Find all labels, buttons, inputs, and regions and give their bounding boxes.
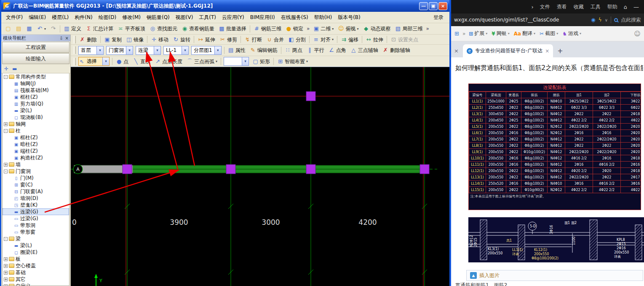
point-plus-length-button[interactable]: ↗点加长度 (152, 57, 184, 66)
expand-toggle[interactable]: + (4, 271, 8, 275)
extend-button[interactable]: ↦延伸 (195, 35, 217, 44)
menu-item[interactable]: 构件(N) (72, 12, 95, 23)
draw-input-button[interactable]: 绘图输入 (2, 53, 69, 64)
orbit-button[interactable]: ◆动态观察 (361, 24, 393, 33)
chevron-down-icon[interactable]: ▾ (242, 57, 249, 65)
tree-folder[interactable]: +墙 (3, 161, 69, 168)
menu-item[interactable]: 视图(V) (173, 12, 196, 23)
new-button[interactable]: ▢ (3, 24, 13, 33)
menu-item[interactable]: 工具(T) (196, 12, 219, 23)
menu-item[interactable]: 帮助(H) (311, 12, 335, 23)
drag-handle[interactable] (74, 36, 76, 43)
element-type-select-dropdown[interactable]: 连梁▾ (136, 46, 161, 55)
top-view-button[interactable]: ☺俯视▾ (336, 24, 361, 33)
edit-rebar-button[interactable]: ✎编辑钢筋 (248, 46, 280, 54)
break-button[interactable]: ↯打断 (242, 35, 264, 44)
three-point-arc-button[interactable]: ⌒三点画弧▾ (184, 57, 219, 66)
tree-item[interactable]: ▦轴网(J) (3, 80, 69, 87)
tree-item[interactable]: ▭带形窗 (3, 229, 69, 235)
batch-select-button[interactable]: ▩批量选择 (216, 24, 249, 33)
tree-item[interactable]: ▣框柱(Z) (3, 94, 69, 100)
align-slab-top-button[interactable]: ≍平齐板顶 (115, 24, 147, 33)
lightning-icon[interactable]: ϟ (599, 17, 602, 23)
mirror-button[interactable]: ◫镜像 (124, 35, 146, 44)
menu-item[interactable]: 云应用(Y) (219, 12, 247, 23)
floor-select-dropdown[interactable]: 首层▾ (78, 46, 104, 55)
expand-toggle[interactable]: - (4, 129, 8, 133)
menu-item[interactable]: 绘图(D) (96, 12, 120, 23)
drag-handle[interactable] (74, 46, 76, 54)
browser-minimize-icon[interactable]: — (633, 4, 639, 10)
undo-button[interactable]: ↶▾ (35, 24, 48, 33)
tree-folder[interactable]: +空心楼盖 (3, 262, 69, 269)
tree-folder[interactable]: +基础 (3, 269, 69, 276)
tree-item[interactable]: ▬连梁(G) (3, 208, 69, 215)
chevron-down-icon[interactable]: ▾ (96, 46, 103, 54)
menu-item[interactable]: 楼层(L) (49, 12, 72, 23)
rectangle-button[interactable]: ▢矩形 (250, 57, 272, 66)
redo-button[interactable]: ↷ (48, 24, 59, 33)
split-button[interactable]: ◧分割 (286, 35, 308, 44)
parallel-button[interactable]: ∥平行 (305, 46, 326, 54)
menu-item[interactable]: 在线服务(S) (278, 12, 311, 23)
properties-button[interactable]: ▤属性 (226, 46, 248, 54)
align-button[interactable]: ≡对齐▾ (311, 35, 336, 44)
expand-toggle[interactable]: + (4, 278, 8, 281)
draw-point-button[interactable]: ●点 (114, 57, 131, 66)
insert-image-label[interactable]: 插入图片 (479, 272, 500, 279)
tree-folder[interactable]: -常用构件类型 (3, 73, 69, 80)
login-button[interactable]: 登录 (429, 14, 448, 21)
tree-item[interactable]: ▯门(M) (3, 175, 69, 181)
category-select-dropdown[interactable]: 门窗洞▾ (106, 46, 133, 55)
tree-folder[interactable]: +其它 (3, 276, 69, 283)
new-tab-button[interactable]: + (555, 47, 566, 57)
view-rebar-qty-button[interactable]: ◉查看钢筋量 (179, 24, 216, 33)
screenshot-button[interactable]: ✂截图▾ (540, 30, 558, 37)
view-2d-button[interactable]: ▣二维▾ (311, 24, 336, 33)
style-select-dropdown[interactable]: ▾ (224, 57, 249, 66)
browser-menu-item[interactable]: 查看 (557, 3, 567, 11)
lock-button[interactable]: ●锁定 (283, 24, 305, 33)
drag-handle[interactable] (74, 58, 76, 65)
chevron-down-icon[interactable]: ▾ (214, 46, 221, 54)
translate-button[interactable]: Aa翻译▾ (514, 30, 535, 37)
chevron-down-icon[interactable]: ▾ (126, 46, 133, 54)
tree-folder[interactable]: -门窗洞 (3, 168, 69, 175)
menu-item[interactable]: 修改(M) (119, 12, 144, 23)
pin-icon[interactable]: ⇩ (59, 36, 63, 40)
home-icon[interactable]: ⌂ (624, 4, 627, 10)
tree-item[interactable]: ⊞窗(C) (3, 181, 69, 188)
menu-item[interactable]: 文件(F) (3, 12, 26, 23)
tree-item[interactable]: ▬梁(L) (3, 107, 69, 114)
extensions-button[interactable]: ⊞扩展▾ (469, 30, 487, 37)
tree-item[interactable]: ▣暗柱(Z) (3, 141, 69, 148)
restore-button[interactable]: ▣ (429, 2, 438, 10)
merge-button[interactable]: ∪合并 (264, 35, 286, 44)
chevron-down-icon[interactable]: ▾ (182, 46, 188, 54)
rebar-3d-button[interactable]: #钢筋三维 (251, 24, 283, 33)
expand-toggle[interactable]: - (4, 237, 8, 241)
find-element-button[interactable]: ◎查找图元 (147, 24, 179, 33)
expand-toggle[interactable]: + (4, 264, 8, 268)
menu-item[interactable]: BIM应用(I) (247, 12, 278, 23)
games-button[interactable]: ♞游戏▾ (562, 30, 581, 37)
url-text[interactable]: wxgx.com/question/giml/list?__ClassCode (454, 17, 588, 23)
close-button[interactable]: × (438, 2, 447, 10)
tree-item[interactable]: ◳壁龛(K) (3, 202, 69, 208)
chevron-right-icon[interactable]: › (532, 4, 534, 10)
chevron-down-icon[interactable]: ∨ (605, 18, 608, 22)
menu-item[interactable]: 版本号(B) (335, 12, 363, 23)
drawing-canvas[interactable]: A 0 3900 3000 4200 (71, 67, 449, 286)
menu-item[interactable]: 钢筋量(Q) (144, 12, 173, 23)
tree-item[interactable]: ⊟门联窗(A) (3, 188, 69, 195)
rotate-button[interactable]: ↻旋转 (171, 35, 192, 44)
expand-toggle[interactable]: - (4, 170, 8, 173)
layer-view-select-dropdown[interactable]: 分层图1▾ (191, 46, 222, 55)
browser-menu-item[interactable]: 工具 (591, 3, 601, 11)
search-label[interactable]: 点此搜索 (621, 16, 641, 24)
tree-folder[interactable]: +自定义 (3, 283, 69, 286)
stretch-button[interactable]: ↔拉伸 (363, 35, 385, 44)
define-button[interactable]: ▥定义 (61, 24, 83, 33)
summary-calc-button[interactable]: Σ汇总计算 (83, 24, 115, 33)
tree-folder[interactable]: -柱 (3, 127, 69, 134)
